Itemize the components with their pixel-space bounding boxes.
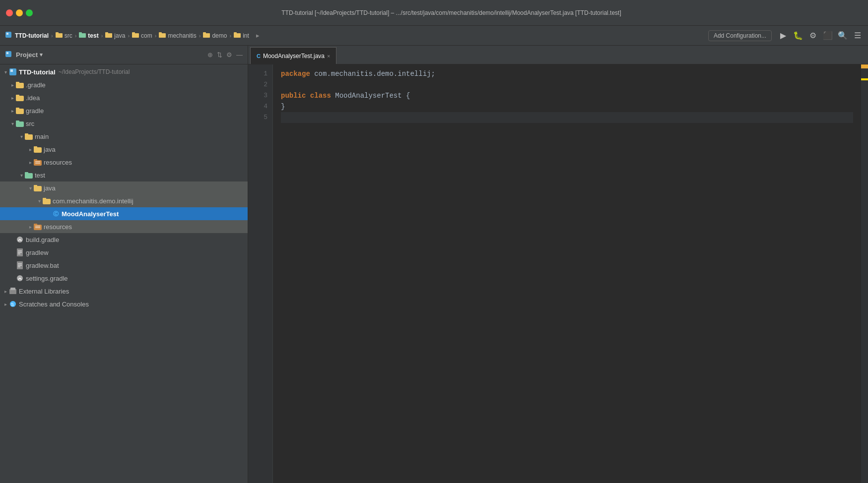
- minimize-button[interactable]: [16, 9, 23, 16]
- breadcrumb-mechanitis[interactable]: mechanitis: [168, 32, 196, 39]
- chevron-gradle-hidden: [9, 82, 16, 88]
- chevron-resources-main: [27, 160, 34, 165]
- tab-java-icon: C: [257, 53, 261, 59]
- sidebar-locate-icon[interactable]: ⊕: [207, 51, 213, 59]
- svg-rect-43: [34, 224, 37, 226]
- sidebar: Project ▾ ⊕ ⇅ ⚙ — TTD-tutorial ~/IdeaPro…: [0, 46, 248, 483]
- sidebar-sort-icon[interactable]: ⇅: [217, 51, 222, 59]
- svg-rect-7: [105, 32, 108, 34]
- tree-item-idea[interactable]: .idea: [0, 91, 248, 104]
- svg-rect-57: [10, 288, 15, 290]
- tree-item-mood-analyser-test[interactable]: Ⓒ MoodAnalyserTest: [0, 207, 248, 220]
- breadcrumb-ttd-tutorial[interactable]: TTD-tutorial: [15, 32, 49, 39]
- breadcrumb-com-icon: [132, 32, 139, 39]
- editor-content: 1 2 3 4 5 package com.mechanitis.demo.in…: [248, 64, 868, 483]
- chevron-external-libs: [2, 289, 9, 294]
- tree-item-main[interactable]: main: [0, 130, 248, 143]
- editor-area: C MoodAnalyserTest.java × 1 2 3 4 5 pack…: [248, 46, 868, 483]
- tree-item-external-libs[interactable]: External Libraries: [0, 285, 248, 298]
- svg-rect-23: [16, 95, 19, 97]
- tree-item-gradlew-bat[interactable]: gradlew.bat: [0, 259, 248, 272]
- tree-item-gradle-hidden[interactable]: .gradle: [0, 78, 248, 91]
- tab-mood-analyser[interactable]: C MoodAnalyserTest.java ×: [250, 47, 336, 64]
- search-icon[interactable]: 🔍: [837, 31, 848, 40]
- tree-label-mood-test: MoodAnalyserTest: [62, 210, 119, 218]
- tree-item-ttd-tutorial[interactable]: TTD-tutorial ~/IdeaProjects/TTD-tutorial: [0, 65, 248, 78]
- code-line-4: }: [281, 101, 853, 112]
- main-area: Project ▾ ⊕ ⇅ ⚙ — TTD-tutorial ~/IdeaPro…: [0, 46, 868, 483]
- tree-item-test[interactable]: test: [0, 169, 248, 181]
- svg-rect-17: [6, 52, 8, 54]
- tree-label-com-pkg: com.mechanitis.demo.intellij: [53, 197, 134, 205]
- folder-icon-resources-main: [34, 158, 42, 166]
- svg-rect-25: [16, 108, 19, 110]
- tree-item-resources-main[interactable]: resources: [0, 156, 248, 169]
- breadcrumb-bar: TTD-tutorial › src › test › java › com ›…: [0, 26, 868, 46]
- gradle-icon-build: [16, 236, 24, 243]
- breadcrumb-demo[interactable]: demo: [212, 32, 227, 39]
- chevron-com-pkg: [36, 198, 43, 204]
- tree-label-idea: .idea: [26, 94, 40, 102]
- sidebar-header-icons: ⊕ ⇅ ⚙ —: [207, 51, 243, 59]
- debug-icon[interactable]: 🐛: [793, 31, 803, 40]
- svg-rect-19: [10, 69, 13, 72]
- chevron-ttd-tutorial: [2, 69, 9, 75]
- breadcrumb-com[interactable]: com: [141, 32, 152, 39]
- tree-item-gradle[interactable]: gradle: [0, 104, 248, 117]
- tree-item-build-gradle[interactable]: build.gradle: [0, 233, 248, 246]
- code-editor[interactable]: package com.mechanitis.demo.intellij; pu…: [273, 64, 861, 483]
- breadcrumb-test[interactable]: test: [88, 32, 98, 39]
- gradle-icon-settings: [16, 274, 24, 282]
- tab-close-button[interactable]: ×: [327, 53, 330, 59]
- sidebar-settings-icon[interactable]: ⚙: [226, 51, 232, 59]
- chevron-test: [18, 173, 25, 178]
- tree-label-gradle: gradle: [26, 107, 44, 115]
- breadcrumb-int[interactable]: int: [243, 32, 249, 39]
- tree-item-scratches[interactable]: S Scratches and Consoles: [0, 298, 248, 310]
- folder-icon-test: [25, 171, 33, 179]
- breadcrumb-java[interactable]: java: [114, 32, 125, 39]
- svg-rect-37: [25, 172, 28, 175]
- tree-item-java-test[interactable]: java: [0, 181, 248, 194]
- tree-label-java-test: java: [44, 184, 56, 192]
- toolbar-icons: ▶ 🐛 ⚙ ⬛ 🔍 ☰: [778, 31, 863, 40]
- tree-item-resources-test[interactable]: resources: [0, 220, 248, 233]
- tree-sublabel-ttd-tutorial: ~/IdeaProjects/TTD-tutorial: [59, 68, 130, 75]
- right-gutter: [861, 64, 868, 483]
- window-title: TTD-tutorial [~/IdeaProjects/TTD-tutoria…: [41, 9, 862, 16]
- breadcrumb-src[interactable]: src: [65, 32, 72, 39]
- folder-icon-gradle: [16, 107, 24, 115]
- folder-icon-resources-test: [34, 223, 42, 231]
- maximize-button[interactable]: [26, 9, 33, 16]
- tree-label-external-libs: External Libraries: [19, 288, 69, 295]
- svg-rect-41: [43, 198, 46, 200]
- file-tree: TTD-tutorial ~/IdeaProjects/TTD-tutorial…: [0, 64, 248, 483]
- settings-icon[interactable]: ☰: [852, 31, 863, 40]
- tree-item-gradlew[interactable]: gradlew: [0, 246, 248, 259]
- tree-label-build-gradle: build.gradle: [26, 236, 59, 243]
- tab-bar: C MoodAnalyserTest.java ×: [248, 46, 868, 64]
- gutter-mark-yellow: [861, 78, 868, 80]
- add-configuration-button[interactable]: Add Configuration...: [708, 30, 772, 41]
- close-button[interactable]: [6, 9, 13, 16]
- tree-item-src[interactable]: src: [0, 117, 248, 130]
- folder-icon-java-main: [34, 145, 42, 153]
- folder-icon-idea: [16, 94, 24, 102]
- coverage-icon[interactable]: ⚙: [807, 31, 818, 40]
- tree-item-com-pkg[interactable]: com.mechanitis.demo.intellij: [0, 194, 248, 207]
- svg-rect-15: [234, 32, 237, 34]
- run-icon[interactable]: ▶: [778, 31, 789, 40]
- code-line-1: package com.mechanitis.demo.intellij;: [281, 68, 853, 79]
- svg-rect-1: [6, 33, 8, 35]
- sidebar-minimize-icon[interactable]: —: [236, 51, 243, 59]
- stop-icon[interactable]: ⬛: [822, 31, 833, 40]
- breadcrumb-project-icon: [5, 31, 12, 40]
- folder-icon-src: [16, 120, 24, 127]
- window-controls: [6, 9, 33, 16]
- tree-item-java-main[interactable]: java: [0, 143, 248, 156]
- text-icon-gradlew: [16, 248, 24, 256]
- tree-label-resources-test: resources: [44, 223, 72, 231]
- folder-icon-main: [25, 132, 33, 140]
- tree-label-scratches: Scratches and Consoles: [19, 301, 89, 308]
- tree-item-settings-gradle[interactable]: settings.gradle: [0, 272, 248, 285]
